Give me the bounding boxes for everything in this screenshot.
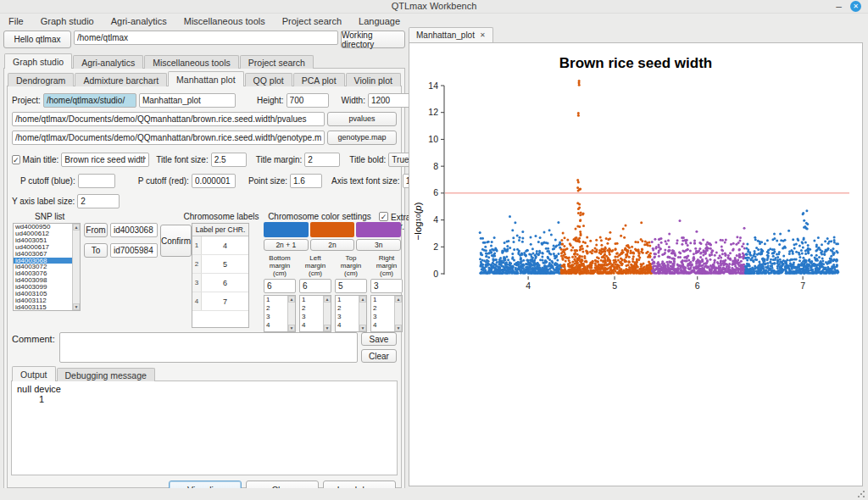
tab-miscellaneous-tools[interactable]: Miscellaneous tools [144, 55, 239, 69]
tab-project-search[interactable]: Project search [240, 55, 314, 69]
color-button-2n-1[interactable]: 2n + 1 [264, 239, 309, 251]
margin-list-bottom[interactable]: 1234▲▼ [264, 295, 296, 332]
margin-list-scrollbar[interactable]: ▲▼ [287, 296, 295, 331]
svg-text:4: 4 [433, 214, 438, 225]
margin-input-bottom[interactable] [264, 279, 296, 293]
tab-output[interactable]: Output [12, 366, 56, 381]
scroll-down-icon[interactable]: ▼ [395, 325, 402, 331]
margin-list-right[interactable]: 1234▲▼ [370, 295, 403, 332]
tab-manhattan-plot[interactable]: Manhattan plot [168, 71, 243, 86]
tab-violin-plot[interactable]: Violin plot [346, 73, 401, 86]
snp-list-scrollbar[interactable]: ▲ ▼ [72, 224, 80, 310]
output-console: null device 1 [11, 381, 398, 475]
color-swatch-2n[interactable] [310, 222, 355, 237]
to-input[interactable] [110, 243, 158, 258]
width-input[interactable] [368, 93, 410, 108]
y-axis-label-size-input[interactable] [77, 194, 120, 208]
main-title-input[interactable] [61, 153, 149, 167]
menu-item-language[interactable]: Language [359, 16, 400, 26]
point-size-input[interactable] [290, 174, 322, 188]
menu-item-graph-studio[interactable]: Graph studio [41, 16, 94, 26]
tab-dendrogram[interactable]: Dendrogram [8, 73, 74, 86]
tab-qq-plot[interactable]: QQ plot [245, 73, 292, 86]
title-margin-input[interactable] [304, 153, 340, 167]
margin-input-top[interactable] [335, 279, 367, 293]
svg-text:5: 5 [612, 281, 617, 291]
to-button[interactable]: To [84, 243, 108, 258]
scroll-down-icon[interactable]: ▼ [288, 325, 295, 331]
scroll-up-icon[interactable]: ▲ [395, 296, 402, 303]
tab-admixture-barchart[interactable]: Admixture barchart [75, 73, 167, 86]
margin-list-scrollbar[interactable]: ▲▼ [359, 296, 366, 331]
tab-manhattan-plot[interactable]: Manhattan_plot ✕ [409, 27, 493, 42]
output-tab-bar: OutputDebugging message [11, 366, 398, 381]
minimize-icon[interactable]: – [836, 2, 842, 12]
from-input[interactable] [110, 223, 158, 237]
menu-item-project-search[interactable]: Project search [282, 16, 342, 26]
scroll-down-icon[interactable]: ▼ [73, 303, 80, 310]
output-text: 1 [17, 394, 392, 404]
title-font-size-input[interactable] [211, 153, 247, 167]
color-swatch-2n-1[interactable] [264, 222, 309, 237]
scroll-up-icon[interactable]: ▲ [324, 296, 331, 303]
pvalues-path-input[interactable] [12, 112, 325, 126]
scroll-up-icon[interactable]: ▲ [359, 296, 366, 303]
main-title-label: Main title: [23, 155, 59, 164]
graph-studio-panel: DendrogramAdmixture barchartManhattan pl… [3, 68, 405, 490]
project-name-input[interactable] [139, 93, 236, 108]
chr-label-row[interactable]: 36 [192, 274, 248, 292]
project-label: Project: [12, 96, 41, 105]
manhattan-plot-panel: Project: Height: Width: pvalues genotype… [7, 86, 402, 488]
genotype-path-input[interactable] [12, 131, 325, 145]
svg-text:14: 14 [428, 81, 438, 91]
comment-textarea[interactable] [59, 332, 358, 363]
confirm-button[interactable]: Confirm [160, 225, 192, 257]
margin-input-right[interactable] [370, 279, 403, 293]
manhattan-plot-canvas: Brown rice seed width −log10(p) 02468101… [409, 42, 863, 486]
working-directory-button[interactable]: Working directory [341, 31, 405, 48]
point-size-label: Point size: [248, 176, 287, 186]
tab-graph-studio[interactable]: Graph studio [4, 53, 72, 69]
margin-input-left[interactable] [299, 279, 331, 293]
p-cutoff-red-input[interactable] [192, 174, 236, 188]
color-button-2n[interactable]: 2n [310, 239, 355, 251]
height-input[interactable] [287, 93, 329, 108]
margin-list-scrollbar[interactable]: ▲▼ [323, 296, 331, 331]
tab-agri-analytics[interactable]: Agri-analytics [73, 55, 143, 69]
close-icon[interactable]: ✕ [850, 1, 861, 12]
chr-label-row[interactable]: 14 [192, 236, 248, 255]
chr-label-row[interactable]: 25 [192, 255, 248, 274]
menu-item-file[interactable]: File [8, 16, 24, 26]
from-button[interactable]: From [84, 223, 108, 237]
chr-label-row[interactable]: 47 [192, 292, 248, 311]
comment-save-button[interactable]: Save [361, 332, 397, 346]
chr-row-value: 5 [202, 260, 248, 269]
scroll-up-icon[interactable]: ▲ [288, 296, 295, 303]
snp-listbox[interactable]: wd4000950ud4000612id4003051ud4000617id40… [13, 223, 81, 311]
margin-list-top[interactable]: 1234▲▼ [335, 295, 367, 332]
margin-label: Leftmargin (cm) [299, 254, 331, 277]
menu-item-miscellaneous-tools[interactable]: Miscellaneous tools [184, 16, 265, 26]
pvalues-button[interactable]: pvalues [327, 112, 397, 126]
margin-list-scrollbar[interactable]: ▲▼ [394, 296, 402, 331]
chromosome-labels-table[interactable]: Label per CHR. 14253647 [192, 223, 249, 328]
snp-list-label: SNP list [35, 212, 64, 221]
tab-close-icon[interactable]: ✕ [480, 31, 486, 39]
p-cutoff-blue-input[interactable] [78, 174, 115, 188]
scroll-down-icon[interactable]: ▼ [324, 325, 331, 331]
hello-user-button[interactable]: Hello qtlmax [3, 31, 71, 48]
scroll-down-icon[interactable]: ▼ [359, 325, 366, 331]
snp-list-item[interactable]: id4003115 [14, 304, 72, 310]
margin-list-left[interactable]: 1234▲▼ [299, 295, 331, 332]
comment-clear-button[interactable]: Clear [361, 349, 397, 363]
working-directory-input[interactable] [74, 31, 338, 45]
color-button-3n[interactable]: 3n [356, 239, 401, 251]
tab-debugging-message[interactable]: Debugging message [57, 368, 155, 381]
output-text: null device [17, 384, 392, 394]
menu-item-agri-analytics[interactable]: Agri-analytics [111, 16, 167, 26]
tab-pca-plot[interactable]: PCA plot [293, 73, 345, 86]
genotype-map-button[interactable]: genotype.map [327, 131, 397, 145]
main-title-checkbox[interactable]: ✓ [12, 155, 20, 164]
project-path-input[interactable] [43, 93, 136, 108]
scroll-up-icon[interactable]: ▲ [73, 224, 80, 231]
